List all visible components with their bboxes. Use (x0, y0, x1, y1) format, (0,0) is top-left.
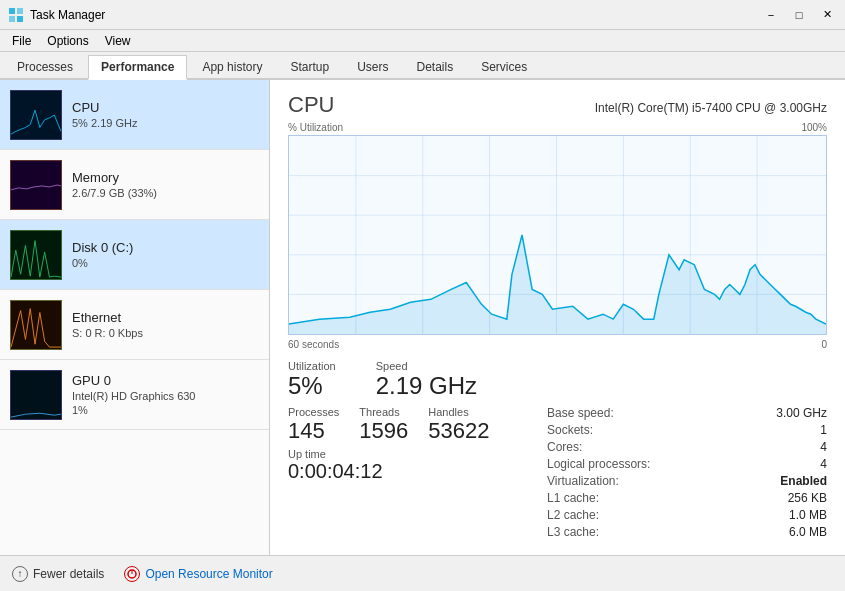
sidebar-item-cpu[interactable]: CPU 5% 2.19 GHz (0, 80, 269, 150)
disk-info: Disk 0 (C:) 0% (72, 240, 259, 269)
memory-label: Memory (72, 170, 259, 185)
memory-info: Memory 2.6/7.9 GB (33%) (72, 170, 259, 199)
time-label: 60 seconds (288, 339, 339, 350)
utilization-label-top: % Utilization (288, 122, 343, 133)
sockets-key: Sockets: (547, 423, 593, 437)
max-label-top: 100% (801, 122, 827, 133)
ethernet-label: Ethernet (72, 310, 259, 325)
processes-stat: Processes 145 (288, 406, 339, 444)
sidebar-item-gpu[interactable]: GPU 0 Intel(R) HD Graphics 630 1% (0, 360, 269, 430)
tab-processes[interactable]: Processes (4, 55, 86, 78)
threads-label: Threads (359, 406, 408, 418)
handles-stat: Handles 53622 (428, 406, 489, 444)
sockets-row: Sockets: 1 (547, 423, 827, 437)
title-bar: Task Manager − □ ✕ (0, 0, 845, 30)
resource-monitor-icon (124, 566, 140, 582)
svg-rect-0 (9, 8, 15, 14)
virtualization-row: Virtualization: Enabled (547, 474, 827, 488)
logical-row: Logical processors: 4 (547, 457, 827, 471)
l1-val: 256 KB (788, 491, 827, 505)
close-button[interactable]: ✕ (817, 5, 837, 25)
main-content: CPU 5% 2.19 GHz Memory 2.6/7.9 GB (33%) (0, 80, 845, 555)
tab-details[interactable]: Details (403, 55, 466, 78)
l2-val: 1.0 MB (789, 508, 827, 522)
processes-label: Processes (288, 406, 339, 418)
handles-value: 53622 (428, 418, 489, 444)
tab-users[interactable]: Users (344, 55, 401, 78)
ethernet-info: Ethernet S: 0 R: 0 Kbps (72, 310, 259, 339)
virtualization-key: Virtualization: (547, 474, 619, 488)
uptime-value: 0:00:04:12 (288, 460, 547, 483)
fewer-details-label: Fewer details (33, 567, 104, 581)
menu-bar: File Options View (0, 30, 845, 52)
cpu-value: 5% 2.19 GHz (72, 117, 259, 129)
menu-options[interactable]: Options (39, 32, 96, 50)
cores-key: Cores: (547, 440, 582, 454)
graph-label-bottom: 60 seconds 0 (288, 339, 827, 350)
speed-label: Speed (376, 360, 477, 372)
detail-panel: CPU Intel(R) Core(TM) i5-7400 CPU @ 3.00… (270, 80, 845, 555)
memory-mini-graph (10, 160, 62, 210)
fewer-details-button[interactable]: ↑ Fewer details (12, 566, 104, 582)
processes-value: 145 (288, 418, 339, 444)
logical-val: 4 (820, 457, 827, 471)
app-icon (8, 7, 24, 23)
base-speed-row: Base speed: 3.00 GHz (547, 406, 827, 420)
sidebar: CPU 5% 2.19 GHz Memory 2.6/7.9 GB (33%) (0, 80, 270, 555)
ethernet-mini-graph (10, 300, 62, 350)
svg-rect-3 (17, 16, 23, 22)
uptime-label: Up time (288, 448, 547, 460)
sidebar-item-disk[interactable]: Disk 0 (C:) 0% (0, 220, 269, 290)
tab-performance[interactable]: Performance (88, 55, 187, 80)
cpu-title: CPU (288, 92, 334, 118)
disk-value: 0% (72, 257, 259, 269)
sidebar-item-memory[interactable]: Memory 2.6/7.9 GB (33%) (0, 150, 269, 220)
cpu-label: CPU (72, 100, 259, 115)
tab-app-history[interactable]: App history (189, 55, 275, 78)
graph-label-top: % Utilization 100% (288, 122, 827, 133)
gpu-label: GPU 0 (72, 373, 259, 388)
svg-rect-1 (17, 8, 23, 14)
threads-value: 1596 (359, 418, 408, 444)
memory-value: 2.6/7.9 GB (33%) (72, 187, 259, 199)
cpu-mini-graph (10, 90, 62, 140)
cpu-info: CPU 5% 2.19 GHz (72, 100, 259, 129)
minimize-button[interactable]: − (761, 5, 781, 25)
maximize-button[interactable]: □ (789, 5, 809, 25)
utilization-stat: Utilization 5% (288, 360, 336, 400)
utilization-label: Utilization (288, 360, 336, 372)
gpu-info: GPU 0 Intel(R) HD Graphics 630 1% (72, 373, 259, 416)
sidebar-item-ethernet[interactable]: Ethernet S: 0 R: 0 Kbps (0, 290, 269, 360)
open-resource-monitor-button[interactable]: Open Resource Monitor (124, 566, 272, 582)
cores-row: Cores: 4 (547, 440, 827, 454)
handles-label: Handles (428, 406, 489, 418)
window-controls: − □ ✕ (761, 5, 837, 25)
svg-rect-2 (9, 16, 15, 22)
sockets-val: 1 (820, 423, 827, 437)
l3-key: L3 cache: (547, 525, 599, 539)
menu-file[interactable]: File (4, 32, 39, 50)
threads-stat: Threads 1596 (359, 406, 408, 444)
logical-key: Logical processors: (547, 457, 650, 471)
speed-stat: Speed 2.19 GHz (376, 360, 477, 400)
fewer-details-icon: ↑ (12, 566, 28, 582)
tab-services[interactable]: Services (468, 55, 540, 78)
tab-startup[interactable]: Startup (277, 55, 342, 78)
gpu-mini-graph (10, 370, 62, 420)
cpu-model: Intel(R) Core(TM) i5-7400 CPU @ 3.00GHz (595, 101, 827, 115)
menu-view[interactable]: View (97, 32, 139, 50)
base-speed-val: 3.00 GHz (776, 406, 827, 420)
cpu-header: CPU Intel(R) Core(TM) i5-7400 CPU @ 3.00… (288, 92, 827, 118)
gpu-value: 1% (72, 404, 259, 416)
l2-row: L2 cache: 1.0 MB (547, 508, 827, 522)
footer: ↑ Fewer details Open Resource Monitor (0, 555, 845, 591)
cores-val: 4 (820, 440, 827, 454)
window-title: Task Manager (30, 8, 761, 22)
uptime-stat: Up time 0:00:04:12 (288, 448, 547, 483)
disk-mini-graph (10, 230, 62, 280)
l3-val: 6.0 MB (789, 525, 827, 539)
open-resource-monitor-label: Open Resource Monitor (145, 567, 272, 581)
l3-row: L3 cache: 6.0 MB (547, 525, 827, 539)
gpu-model: Intel(R) HD Graphics 630 (72, 390, 259, 402)
virtualization-val: Enabled (780, 474, 827, 488)
